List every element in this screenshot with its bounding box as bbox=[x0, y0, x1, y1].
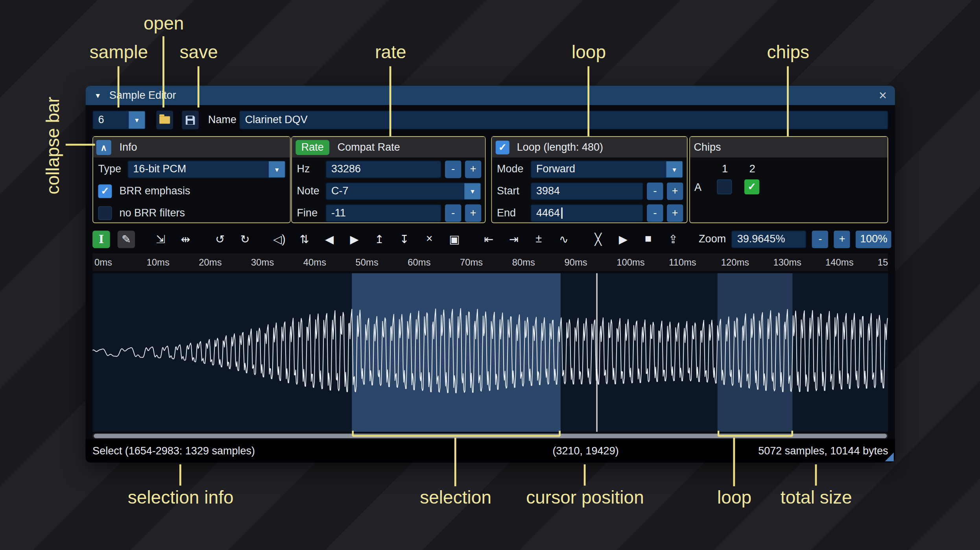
crossfade-icon[interactable]: ╳ bbox=[589, 230, 607, 247]
window-title: Sample Editor bbox=[109, 89, 176, 102]
ruler-tick: 10ms bbox=[147, 257, 170, 268]
loop-end-input[interactable]: 4464 bbox=[531, 204, 643, 221]
resample-icon[interactable]: ⇹ bbox=[177, 230, 194, 247]
annotation-rate: rate bbox=[375, 42, 406, 62]
brr-emphasis-checkbox[interactable]: ✓ bbox=[98, 185, 112, 198]
sample-type-select[interactable]: 16-bit PCM ▼ bbox=[127, 161, 286, 178]
invert-icon[interactable]: ⇥ bbox=[505, 230, 522, 247]
annotation-loop-top: loop bbox=[572, 42, 606, 62]
loop-start-decrease-button[interactable]: - bbox=[647, 183, 663, 200]
zoom-input[interactable]: 39.9645% bbox=[731, 230, 807, 247]
fade-out-icon[interactable]: ▶ bbox=[346, 230, 363, 247]
note-select[interactable]: C-7 ▼ bbox=[326, 183, 482, 200]
ruler-tick: 70ms bbox=[460, 257, 483, 268]
annotation-cursor-position: cursor position bbox=[526, 487, 644, 508]
amplify-icon[interactable]: ◁) bbox=[271, 230, 288, 247]
fine-input[interactable]: -11 bbox=[326, 204, 441, 221]
annotation-open: open bbox=[144, 13, 184, 33]
insert-silence-icon[interactable]: ↥ bbox=[371, 230, 388, 247]
titlebar[interactable]: ▼ Sample Editor × bbox=[86, 86, 895, 105]
preview-play-icon[interactable]: ▶ bbox=[615, 230, 632, 247]
chips-panel: Chips 1 2 A ✓ bbox=[689, 136, 888, 223]
scrollbar-thumb[interactable] bbox=[94, 434, 887, 438]
select-tool-icon[interactable]: I bbox=[92, 230, 110, 247]
sample-editor-window: ▼ Sample Editor × 6 ▼ Name Clarinet DQV … bbox=[86, 86, 895, 463]
resize-icon[interactable]: ⇲ bbox=[152, 230, 169, 247]
fade-in-icon[interactable]: ◀ bbox=[321, 230, 338, 247]
type-select-arrow-icon[interactable]: ▼ bbox=[269, 161, 285, 177]
delete-icon[interactable]: × bbox=[421, 230, 438, 247]
open-button[interactable] bbox=[156, 111, 173, 129]
ruler-tick: 110ms bbox=[669, 257, 696, 268]
stop-icon[interactable]: ■ bbox=[639, 230, 657, 247]
sample-type-value: 16-bit PCM bbox=[128, 161, 269, 177]
loop-mode-arrow-icon[interactable]: ▼ bbox=[666, 161, 683, 177]
chip-1-checkbox[interactable] bbox=[717, 179, 732, 194]
zoom-label: Zoom bbox=[699, 233, 726, 245]
waveform-scrollbar[interactable] bbox=[92, 433, 888, 439]
hz-input[interactable]: 33286 bbox=[326, 161, 441, 178]
open-folder-icon bbox=[159, 116, 170, 124]
save-button[interactable] bbox=[182, 111, 199, 129]
upload-to-chip-icon[interactable]: ⇪ bbox=[664, 230, 682, 247]
apply-silence-icon[interactable]: ↧ bbox=[396, 230, 413, 247]
rate-panel-header: Rate Compat Rate bbox=[292, 137, 485, 157]
zoom-reset-button[interactable]: 100% bbox=[856, 230, 892, 247]
toolbar-group: ⇲⇹ bbox=[152, 230, 194, 247]
redo-icon[interactable]: ↻ bbox=[236, 230, 254, 247]
hz-decrease-button[interactable]: - bbox=[445, 161, 461, 178]
sample-selector-arrow-icon[interactable]: ▼ bbox=[129, 111, 145, 129]
filter-icon[interactable]: ∿ bbox=[555, 230, 572, 247]
sample-selector[interactable]: 6 ▼ bbox=[92, 111, 146, 129]
ruler-tick: 80ms bbox=[512, 257, 535, 268]
type-label: Type bbox=[98, 163, 121, 176]
zoom-in-button[interactable]: + bbox=[834, 230, 850, 247]
reverse-icon[interactable]: ⇤ bbox=[480, 230, 497, 247]
chip-2-checkbox[interactable]: ✓ bbox=[744, 179, 759, 194]
name-value: Clarinet DQV bbox=[245, 114, 308, 126]
annotation-selection-info: selection info bbox=[128, 487, 234, 508]
waveform-view[interactable] bbox=[92, 273, 888, 432]
zoom-out-button[interactable]: - bbox=[812, 230, 828, 247]
selection-info-text: Select (1654-2983: 1329 samples) bbox=[92, 439, 255, 463]
ruler-tick: 30ms bbox=[251, 257, 274, 268]
chips-panel-header: Chips bbox=[690, 137, 888, 157]
sign-icon[interactable]: ± bbox=[530, 230, 547, 247]
brr-emphasis-label: BRR emphasis bbox=[119, 185, 190, 197]
window-collapse-icon[interactable]: ▼ bbox=[94, 92, 101, 99]
loop-end-decrease-button[interactable]: - bbox=[647, 204, 663, 221]
sample-toolbar: I✎⇲⇹↺↻◁)⇅◀▶↥↧×▣⇤⇥±∿╳▶■⇪ Zoom 39.9645% - … bbox=[92, 229, 888, 249]
fine-decrease-button[interactable]: - bbox=[445, 204, 461, 221]
loop-enable-checkbox[interactable]: ✓ bbox=[496, 140, 509, 154]
timeline-ruler[interactable]: 0ms10ms20ms30ms40ms50ms60ms70ms80ms90ms1… bbox=[92, 253, 888, 271]
undo-icon[interactable]: ↺ bbox=[211, 230, 229, 247]
resize-grip[interactable] bbox=[885, 452, 894, 461]
collapse-bar-button[interactable]: ∧ bbox=[96, 140, 111, 155]
note-select-arrow-icon[interactable]: ▼ bbox=[464, 183, 480, 199]
hz-increase-button[interactable]: + bbox=[465, 161, 481, 178]
ruler-tick: 140ms bbox=[825, 257, 854, 268]
trim-icon[interactable]: ▣ bbox=[446, 230, 463, 247]
ruler-tick: 90ms bbox=[564, 257, 587, 268]
close-icon[interactable]: × bbox=[879, 89, 887, 102]
name-input[interactable]: Clarinet DQV bbox=[239, 111, 888, 129]
toolbar-group: ◁)⇅◀▶↥↧×▣ bbox=[271, 230, 463, 247]
mode-label: Mode bbox=[497, 163, 527, 176]
normalize-icon[interactable]: ⇅ bbox=[295, 230, 313, 247]
toolbar-group: ⇤⇥±∿ bbox=[480, 230, 572, 247]
status-bar: Select (1654-2983: 1329 samples) (3210, … bbox=[86, 439, 895, 463]
loop-panel: ✓ Loop (length: 480) Mode Forward ▼ Star… bbox=[491, 136, 688, 223]
info-panel-title: Info bbox=[119, 141, 137, 153]
no-brr-filters-checkbox[interactable] bbox=[98, 206, 112, 220]
loop-start-increase-button[interactable]: + bbox=[667, 183, 683, 200]
draw-tool-icon[interactable]: ✎ bbox=[118, 230, 135, 247]
annotation-collapse-bar: collapse bar bbox=[43, 97, 63, 194]
loop-end-increase-button[interactable]: + bbox=[667, 204, 683, 221]
fine-increase-button[interactable]: + bbox=[465, 204, 481, 221]
waveform-svg bbox=[92, 273, 888, 432]
note-label: Note bbox=[297, 185, 322, 197]
loop-start-input[interactable]: 3984 bbox=[531, 183, 643, 200]
loop-panel-title: Loop (length: 480) bbox=[517, 141, 603, 153]
ruler-tick: 60ms bbox=[408, 257, 430, 268]
loop-mode-select[interactable]: Forward ▼ bbox=[531, 161, 683, 178]
